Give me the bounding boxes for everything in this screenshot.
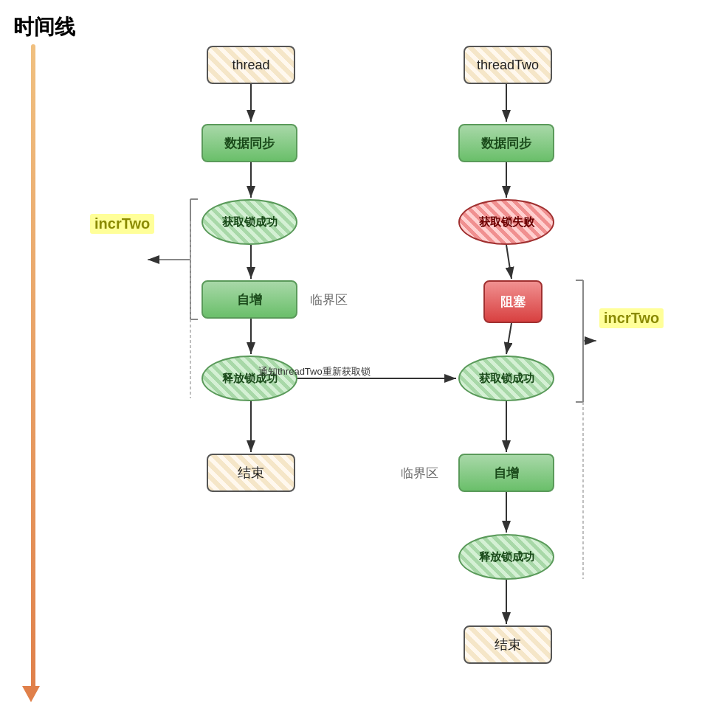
incrtwo-left-label: incrTwo (90, 214, 154, 234)
notification-text: 通知threadTwo重新获取锁 (258, 365, 371, 378)
t2-sync-node: 数据同步 (458, 124, 554, 162)
t1-start-node: thread (207, 46, 295, 84)
t1-unlock-node: 释放锁成功 (202, 356, 297, 401)
critical-section-left: 临界区 (310, 291, 348, 308)
critical-section-right: 临界区 (401, 465, 438, 482)
incrtwo-right-label: incrTwo (599, 308, 664, 328)
t1-end-node: 结束 (207, 454, 295, 492)
t2-incr-node: 自增 (458, 454, 554, 492)
timeline-label: 时间线 (13, 13, 75, 41)
t2-block-node: 阻塞 (483, 280, 542, 323)
timeline-line (31, 44, 35, 693)
t2-lock-ok-node: 获取锁成功 (458, 356, 554, 401)
arrows-svg (0, 0, 713, 728)
t2-lock-fail-node: 获取锁失败 (458, 199, 554, 245)
t2-start-node: threadTwo (464, 46, 552, 84)
t2-unlock-node: 释放锁成功 (458, 534, 554, 580)
timeline-arrow (22, 686, 40, 702)
t1-incr-node: 自增 (202, 280, 297, 319)
t1-sync-node: 数据同步 (202, 124, 297, 162)
t2-end-node: 结束 (464, 625, 552, 664)
t1-lock-ok-node: 获取锁成功 (202, 199, 297, 245)
svg-line-8 (506, 245, 512, 279)
svg-line-9 (506, 323, 512, 354)
